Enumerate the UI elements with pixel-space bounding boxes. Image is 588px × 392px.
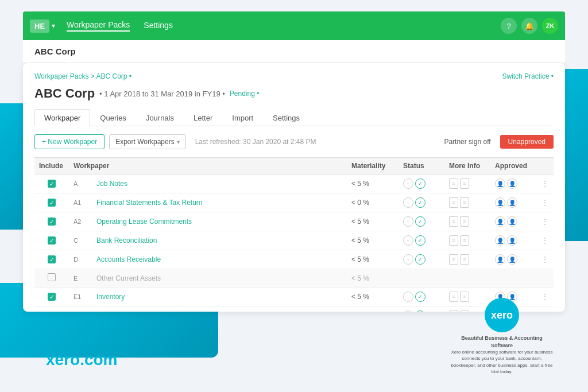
cell-action[interactable]: ⋮ [536, 212, 554, 231]
tab-journals[interactable]: Journals [136, 109, 184, 126]
cell-label[interactable]: Operating Lease Commitments [92, 212, 347, 231]
status-check-icon[interactable]: ✓ [415, 178, 425, 189]
approved-person2-icon[interactable]: 👤 [507, 235, 517, 246]
workpaper-table: Include Workpaper Materiality Status Mor… [34, 157, 554, 312]
moreinfo-doc-icon[interactable]: ≡ [449, 235, 458, 246]
cell-code: C [69, 231, 92, 250]
table-row: CBank Reconciliation< 5 %−✓≡≡👤👤⋮ [34, 231, 554, 250]
status-check-icon[interactable]: ✓ [415, 235, 425, 246]
abc-corp-header: ABC Corp [23, 40, 565, 63]
moreinfo-doc-icon[interactable]: ≡ [449, 197, 458, 208]
moreinfo-doc2-icon[interactable]: ≡ [460, 235, 469, 246]
cell-action[interactable] [536, 269, 554, 288]
status-check-icon[interactable]: ✓ [415, 254, 425, 265]
cell-include[interactable] [34, 269, 69, 288]
moreinfo-doc2-icon[interactable]: ≡ [460, 254, 469, 265]
row-action-icon[interactable]: ⋮ [541, 255, 549, 264]
approved-person1-icon[interactable]: 👤 [495, 235, 505, 246]
cell-moreinfo: ≡≡ [444, 193, 490, 212]
status-minus-icon[interactable]: − [403, 235, 413, 246]
switch-practice-link[interactable]: Switch Practice • [502, 72, 554, 84]
approved-person2-icon[interactable]: 👤 [507, 197, 517, 208]
cell-include[interactable] [34, 231, 69, 250]
status-check-icon[interactable]: ✓ [415, 197, 425, 208]
status-minus-icon[interactable]: − [403, 292, 413, 302]
tab-queries[interactable]: Queries [90, 109, 136, 126]
checkbox[interactable] [48, 273, 56, 281]
export-workpapers-button[interactable]: Export Workpapers ▾ [109, 134, 186, 149]
approved-person2-icon[interactable]: 👤 [507, 178, 517, 189]
approved-person1-icon[interactable]: 👤 [495, 178, 505, 189]
unapproved-button[interactable]: Unapproved [500, 135, 554, 149]
cell-label[interactable]: Financial Statements & Tax Return [92, 193, 347, 212]
nav-item-settings[interactable]: Settings [144, 21, 173, 31]
toolbar: + New Workpaper Export Workpapers ▾ Last… [34, 134, 554, 149]
cell-action[interactable]: ⋮ [536, 193, 554, 212]
cell-materiality: < 5 % [347, 269, 399, 288]
status-minus-icon[interactable]: − [403, 178, 413, 189]
cell-label[interactable]: Bank Reconciliation [92, 231, 347, 250]
cell-label[interactable]: Prepayments [92, 306, 347, 312]
company-name: ABC Corp [34, 86, 95, 101]
cell-action[interactable]: ⋮ [536, 250, 554, 269]
status-minus-icon[interactable]: − [403, 254, 413, 265]
cell-approved: 👤👤 [490, 174, 536, 193]
moreinfo-doc2-icon[interactable]: ≡ [460, 178, 469, 189]
moreinfo-doc-icon[interactable]: ≡ [449, 178, 458, 189]
checkbox[interactable] [48, 218, 56, 226]
row-action-icon[interactable]: ⋮ [541, 217, 549, 226]
cell-include[interactable] [34, 212, 69, 231]
row-action-icon[interactable]: ⋮ [541, 179, 549, 188]
cell-materiality: < 5 % [347, 174, 399, 193]
cell-label[interactable]: Accounts Receivable [92, 250, 347, 269]
user-avatar[interactable]: ZK [542, 18, 558, 34]
moreinfo-doc-icon[interactable]: ≡ [449, 254, 458, 265]
row-action-icon[interactable]: ⋮ [541, 236, 549, 245]
status-check-icon[interactable]: ✓ [415, 292, 425, 302]
checkbox[interactable] [48, 180, 56, 188]
checkbox[interactable] [48, 236, 56, 244]
nav-logo-arrow[interactable]: ▾ [52, 22, 55, 30]
col-header-materiality: Materiality [347, 158, 399, 174]
help-icon[interactable]: ? [501, 18, 517, 34]
checkbox[interactable] [48, 293, 56, 301]
moreinfo-doc-icon[interactable]: ≡ [449, 216, 458, 227]
approved-person1-icon[interactable]: 👤 [495, 216, 505, 227]
approved-person1-icon[interactable]: 👤 [495, 254, 505, 265]
new-workpaper-button[interactable]: + New Workpaper [34, 134, 105, 149]
status-check-icon[interactable]: ✓ [415, 216, 425, 227]
approved-person2-icon[interactable]: 👤 [507, 216, 517, 227]
moreinfo-doc2-icon[interactable]: ≡ [460, 197, 469, 208]
tab-letter[interactable]: Letter [184, 109, 222, 126]
cell-include[interactable] [34, 174, 69, 193]
moreinfo-doc2-icon[interactable]: ≡ [460, 216, 469, 227]
cell-code: A1 [69, 193, 92, 212]
checkbox[interactable] [48, 255, 56, 263]
nav-item-workpaper-packs[interactable]: Workpaper Packs [67, 20, 130, 32]
row-action-icon[interactable]: ⋮ [541, 198, 549, 207]
cell-action[interactable]: ⋮ [536, 231, 554, 250]
cell-code: E1 [69, 288, 92, 306]
cell-include[interactable] [34, 306, 69, 312]
approved-person1-icon[interactable]: 👤 [495, 197, 505, 208]
cell-status: −✓ [399, 174, 444, 193]
cell-materiality: < 5 % [347, 306, 399, 312]
checkbox[interactable] [48, 199, 56, 207]
cell-label[interactable]: Inventory [92, 288, 347, 306]
cell-include[interactable] [34, 288, 69, 306]
cell-action[interactable]: ⋮ [536, 174, 554, 193]
cell-label[interactable]: Job Notes [92, 174, 347, 193]
cell-include[interactable] [34, 193, 69, 212]
tab-settings[interactable]: Settings [263, 109, 310, 126]
status-minus-icon[interactable]: − [403, 197, 413, 208]
notification-icon[interactable]: 🔔 [521, 18, 537, 34]
status-minus-icon[interactable]: − [403, 216, 413, 227]
approved-person2-icon[interactable]: 👤 [507, 254, 517, 265]
cell-include[interactable] [34, 250, 69, 269]
last-refreshed-text: Last refreshed: 30 Jan 2020 at 2:48 PM [195, 138, 316, 146]
export-arrow-icon: ▾ [177, 139, 180, 145]
tab-import[interactable]: Import [222, 109, 263, 126]
company-status[interactable]: Pending • [230, 90, 260, 98]
col-header-workpaper: Workpaper [69, 158, 347, 174]
tab-workpaper[interactable]: Workpaper [34, 109, 90, 126]
